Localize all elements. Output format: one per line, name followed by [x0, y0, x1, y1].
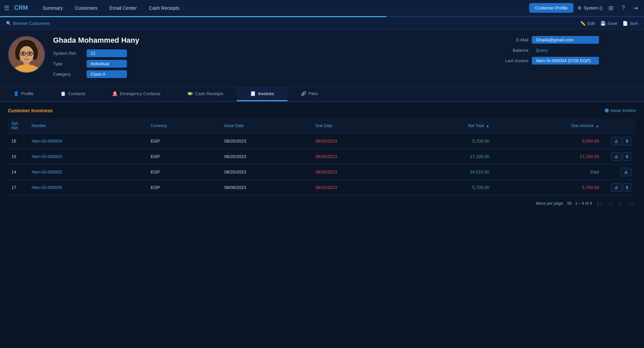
- nav-items: Summary Customers Email Center Cash Rece…: [37, 3, 529, 13]
- tab-files[interactable]: 🔗 Files: [287, 87, 331, 101]
- profile-icon: 👤: [13, 91, 19, 96]
- balance-value[interactable]: Query: [532, 46, 599, 54]
- print-icon: 🖨: [614, 139, 618, 144]
- customer-header: Ghada Mohammed Hany System Ref. 11 Type …: [0, 30, 644, 87]
- email-value: Ghada@gmail.com: [532, 36, 599, 44]
- cell-sys-ref: 14: [8, 164, 28, 180]
- dollar-icon: $: [626, 185, 628, 190]
- cell-due-date: 08/20/2023: [312, 133, 404, 149]
- cell-issue-date: 08/20/2023: [221, 149, 312, 164]
- breadcrumb-bar: 🔍 Browse Customers ✏️ Edit 💾 Save 📄 SoA: [0, 17, 644, 30]
- col-net-total: Net Total ▲: [403, 118, 493, 133]
- invoice-icon: 🧾: [250, 91, 256, 96]
- items-per-page-label: Items per page:: [536, 201, 564, 206]
- cell-number: Aten-SI-000002: [28, 164, 147, 180]
- soa-button[interactable]: 📄 SoA: [623, 21, 638, 26]
- save-button[interactable]: 💾 Save: [600, 21, 617, 26]
- table-row: 15 Aten-SI-000003 EGP 08/20/2023 08/20/2…: [8, 149, 636, 164]
- content-area: Customer Invoicess ⊕ Issue Invoice Sys R…: [0, 102, 644, 212]
- tab-cash-receipts[interactable]: 💵 Cash Receipts: [174, 87, 237, 101]
- tab-invoices[interactable]: 🧾 Invoices: [237, 87, 287, 101]
- print-icon: 🖨: [614, 185, 618, 190]
- col-number: Number: [28, 118, 147, 133]
- tab-emergency-label: Emergency Contacts: [120, 91, 160, 96]
- nav-customers[interactable]: Customers: [70, 3, 103, 13]
- menu-icon[interactable]: ☰: [4, 4, 9, 12]
- grid-icon-button[interactable]: ⊞: [606, 3, 615, 13]
- cell-due-amount: Paid: [493, 164, 602, 180]
- browse-customers-link[interactable]: 🔍 Browse Customers: [6, 21, 50, 26]
- section-title: Customer Invoicess: [8, 108, 53, 113]
- system-ref-row: System Ref. 11: [53, 49, 266, 57]
- help-icon-button[interactable]: ?: [619, 3, 627, 13]
- plus-icon: ⊕: [604, 107, 609, 114]
- due-amount-sort-icon[interactable]: ▲: [596, 124, 599, 128]
- page-first-button[interactable]: |◁: [595, 200, 604, 207]
- save-icon: 💾: [600, 21, 606, 26]
- customer-profile-button[interactable]: Customer Profile: [529, 3, 574, 13]
- pagination-bar: Items per page: 50 1 – 4 of 4 |◁ ◁ ▷ ▷|: [8, 200, 636, 207]
- print-icon: 🖨: [624, 169, 628, 175]
- tab-profile[interactable]: 👤 Profile: [0, 87, 47, 101]
- invoices-tbody: 16 Aten-SI-000004 EGP 08/20/2023 08/20/2…: [8, 133, 636, 195]
- svg-point-6: [19, 46, 34, 63]
- dollar-icon: $: [626, 139, 628, 144]
- user-info: ⚙ System (): [578, 5, 602, 10]
- email-row: E-Mail Ghada@gmail.com: [495, 36, 636, 44]
- search-icon: 🔍: [6, 21, 11, 26]
- cell-net-total: 24,510.00: [403, 164, 493, 180]
- system-ref-label: System Ref.: [53, 51, 83, 56]
- col-currency: Currency: [147, 118, 221, 133]
- category-label: Category: [53, 72, 83, 77]
- page-last-button[interactable]: ▷|: [628, 200, 636, 207]
- print-icon: 🖨: [614, 154, 618, 159]
- cell-net-total: 5,700.00: [403, 133, 493, 149]
- nav-cash-receipts[interactable]: Cash Receipts: [144, 3, 185, 13]
- svg-point-13: [29, 52, 31, 55]
- issue-invoice-button[interactable]: ⊕ Issue Invoice: [604, 107, 636, 114]
- cell-net-total: 5,700.00: [403, 180, 493, 195]
- edit-button[interactable]: ✏️ Edit: [580, 21, 595, 26]
- page-next-button[interactable]: ▷: [617, 200, 624, 207]
- avatar: [8, 36, 45, 73]
- customer-info-left: Ghada Mohammed Hany System Ref. 11 Type …: [53, 36, 266, 81]
- cell-actions: 🖨$: [602, 133, 636, 149]
- table-header: Sys Ref. Number Currency Issue Date Due …: [8, 118, 636, 133]
- dollar-button[interactable]: $: [623, 183, 631, 192]
- category-value: Class A: [87, 70, 127, 78]
- last-invoice-label: Last Invoice: [495, 58, 528, 63]
- print-button[interactable]: 🖨: [611, 137, 622, 145]
- net-total-sort-icon[interactable]: ▲: [486, 124, 489, 128]
- cell-number: Aten-SI-000004: [28, 133, 147, 149]
- table-row: 14 Aten-SI-000002 EGP 08/20/2023 08/20/2…: [8, 164, 636, 180]
- cell-due-date: 08/20/2023: [312, 164, 404, 180]
- tab-emergency-contacts[interactable]: 🚨 Emergency Contacts: [99, 87, 174, 101]
- breadcrumb-actions: ✏️ Edit 💾 Save 📄 SoA: [580, 21, 638, 26]
- section-header: Customer Invoicess ⊕ Issue Invoice: [8, 107, 636, 114]
- nav-summary[interactable]: Summary: [37, 3, 68, 13]
- customer-name: Ghada Mohammed Hany: [53, 36, 266, 45]
- print-button[interactable]: 🖨: [611, 183, 622, 192]
- cell-actions: 🖨: [602, 164, 636, 180]
- svg-rect-17: [15, 68, 38, 73]
- dollar-button[interactable]: $: [623, 152, 631, 161]
- dollar-button[interactable]: $: [623, 137, 631, 145]
- top-nav: ☰ CRM Summary Customers Email Center Cas…: [0, 0, 644, 16]
- cell-due-amount: 17,100.00: [493, 149, 602, 164]
- cash-icon: 💵: [187, 91, 193, 96]
- system-ref-value: 11: [87, 49, 127, 57]
- tab-contacts[interactable]: 📋 Contacts: [47, 87, 99, 101]
- tab-profile-label: Profile: [21, 91, 34, 96]
- cell-sys-ref: 17: [8, 180, 28, 195]
- cell-currency: EGP: [147, 149, 221, 164]
- logout-icon-button[interactable]: ⇥: [631, 3, 640, 13]
- print-button[interactable]: 🖨: [621, 168, 631, 176]
- email-label: E-Mail: [495, 37, 528, 42]
- type-row: Type Individual: [53, 60, 266, 68]
- nav-email-center[interactable]: Email Center: [104, 3, 142, 13]
- soa-icon: 📄: [623, 21, 628, 26]
- cell-net-total: 17,100.00: [403, 149, 493, 164]
- print-button[interactable]: 🖨: [611, 152, 622, 161]
- col-due-amount: Due Amount ▲: [493, 118, 602, 133]
- page-prev-button[interactable]: ◁: [607, 200, 614, 207]
